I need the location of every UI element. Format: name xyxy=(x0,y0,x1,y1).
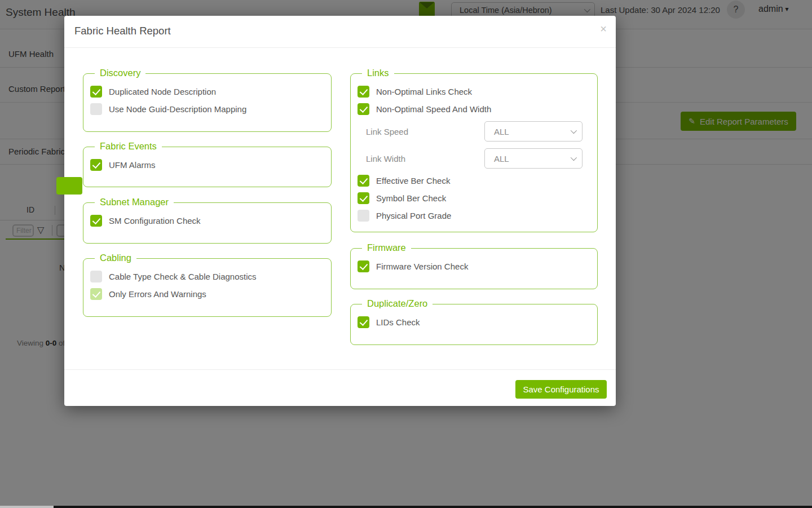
chevron-down-icon xyxy=(571,127,577,134)
bottom-bar[interactable] xyxy=(54,506,812,508)
checkbox-label: Use Node Guid-Description Mapping xyxy=(109,104,246,114)
checkbox-row-effective-ber-check[interactable]: Effective Ber Check xyxy=(358,172,597,189)
chevron-down-icon xyxy=(571,154,577,161)
checkbox-row-firmware-version-check[interactable]: Firmware Version Check xyxy=(358,258,597,275)
checkbox-label: Duplicated Node Description xyxy=(109,87,216,96)
link-width-select[interactable]: ALL xyxy=(484,148,582,169)
link-width-row: Link Width ALL xyxy=(358,145,597,172)
checkbox-row-cable-type-check[interactable]: Cable Type Check & Cable Diagnostics xyxy=(90,268,331,285)
checkbox[interactable] xyxy=(358,103,369,115)
checkbox[interactable] xyxy=(90,86,102,98)
checkbox-label: Physical Port Grade xyxy=(376,211,451,220)
checkbox[interactable] xyxy=(358,260,369,272)
section-duplicate-zero: Duplicate/Zero LIDs Check xyxy=(350,304,598,345)
checkbox-row-non-optimal-links-check[interactable]: Non-Optimal Links Check xyxy=(358,83,597,100)
checkbox-label: LIDs Check xyxy=(376,317,420,327)
checkbox[interactable] xyxy=(90,215,102,227)
checkbox-label: Firmware Version Check xyxy=(376,262,468,271)
checkbox-label: Non-Optimal Links Check xyxy=(376,87,472,96)
checkbox-label: Effective Ber Check xyxy=(376,176,450,185)
checkbox[interactable] xyxy=(90,103,102,115)
checkbox-label: Only Errors And Warnings xyxy=(109,289,206,299)
fabric-health-report-modal: Fabric Health Report × Discovery Duplica… xyxy=(64,16,616,406)
checkbox-row-only-errors-and-warnings[interactable]: Only Errors And Warnings xyxy=(90,285,331,303)
close-icon[interactable]: × xyxy=(600,23,607,34)
footer-divider xyxy=(64,369,616,370)
checkbox-row-sm-configuration-check[interactable]: SM Configuration Check xyxy=(90,212,331,229)
link-speed-row: Link Speed ALL xyxy=(358,118,597,145)
checkbox-row-ufm-alarms[interactable]: UFM Alarms xyxy=(90,156,331,174)
checkbox[interactable] xyxy=(90,271,102,282)
checkbox-label: Non-Optimal Speed And Width xyxy=(376,104,491,114)
checkbox-label: Cable Type Check & Cable Diagnostics xyxy=(109,272,257,281)
section-discovery: Discovery Duplicated Node Description Us… xyxy=(83,73,332,132)
checkbox-label: UFM Alarms xyxy=(109,160,156,170)
table-action-button[interactable] xyxy=(56,177,82,195)
checkbox-label: Symbol Ber Check xyxy=(376,193,446,203)
section-fabric-events: Fabric Events UFM Alarms xyxy=(83,147,332,187)
section-subnet-manager: Subnet Manager SM Configuration Check xyxy=(83,202,332,244)
save-configurations-button[interactable]: Save Configurations xyxy=(515,380,607,399)
checkbox[interactable] xyxy=(358,210,369,222)
link-width-value: ALL xyxy=(494,154,509,164)
checkbox-row-duplicated-node-description[interactable]: Duplicated Node Description xyxy=(90,83,331,100)
checkbox[interactable] xyxy=(358,86,369,98)
checkbox-row-physical-port-grade[interactable]: Physical Port Grade xyxy=(358,207,597,224)
checkbox-row-lids-check[interactable]: LIDs Check xyxy=(358,313,597,331)
scrollbar-track xyxy=(0,506,54,508)
section-firmware: Firmware Firmware Version Check xyxy=(350,248,598,289)
checkbox-label: SM Configuration Check xyxy=(109,216,201,226)
link-width-label: Link Width xyxy=(358,154,484,164)
checkbox[interactable] xyxy=(90,288,102,300)
checkbox[interactable] xyxy=(358,316,369,328)
checkbox-row-non-optimal-speed-width[interactable]: Non-Optimal Speed And Width xyxy=(358,100,597,118)
section-cabling: Cabling Cable Type Check & Cable Diagnos… xyxy=(83,258,332,317)
link-speed-label: Link Speed xyxy=(358,127,484,136)
link-speed-value: ALL xyxy=(494,127,509,136)
modal-title: Fabric Health Report xyxy=(74,25,171,37)
checkbox-row-node-guid-mapping[interactable]: Use Node Guid-Description Mapping xyxy=(90,100,331,118)
checkbox[interactable] xyxy=(90,159,102,171)
checkbox[interactable] xyxy=(358,175,369,187)
checkbox-row-symbol-ber-check[interactable]: Symbol Ber Check xyxy=(358,189,597,207)
section-links: Links Non-Optimal Links Check Non-Optima… xyxy=(350,73,598,232)
checkbox[interactable] xyxy=(358,192,369,204)
link-speed-select[interactable]: ALL xyxy=(484,121,582,142)
modal-header: Fabric Health Report × xyxy=(64,16,616,48)
